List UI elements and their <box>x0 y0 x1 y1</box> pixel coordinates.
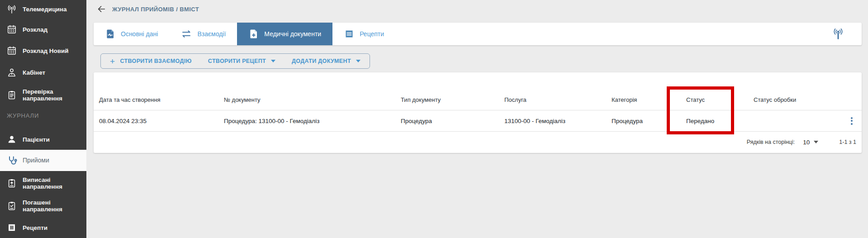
tab-prescriptions[interactable]: Рецепти <box>332 23 395 45</box>
table-header-row: Дата та час створення № документу Тип до… <box>94 90 862 110</box>
sidebar-item-label: Кабінет <box>23 69 45 76</box>
calendar-icon <box>6 24 18 35</box>
list-icon <box>344 29 355 39</box>
sidebar-item-issued-referrals[interactable]: Виписані направлення <box>0 172 86 194</box>
clipboard-list-icon <box>6 89 18 101</box>
clipboard-up-icon <box>6 177 18 189</box>
documents-table: Дата та час створення № документу Тип до… <box>94 72 862 153</box>
column-header-created-at: Дата та час створення <box>94 96 218 103</box>
create-interaction-button[interactable]: + СТВОРИТИ ВЗАЄМОДІЮ <box>110 57 192 66</box>
sidebar-item-prescriptions[interactable]: Рецепти <box>0 218 86 237</box>
document-plus-icon <box>248 29 259 39</box>
sidebar-item-label: Погашені направлення <box>23 199 73 213</box>
telemedicine-status-icon[interactable] <box>831 27 845 41</box>
column-header-processing-status: Статус обробки <box>748 96 839 103</box>
tab-label: Основні дані <box>121 30 158 38</box>
button-label: СТВОРИТИ ВЗАЄМОДІЮ <box>120 58 191 64</box>
cell-doc-type: Процедура <box>395 118 499 124</box>
sidebar-item-referral-check[interactable]: Перевірка направлення <box>0 84 86 106</box>
exchange-arrows-icon <box>180 29 192 39</box>
sidebar-item-redeemed-referrals[interactable]: Погашені направлення <box>0 195 86 217</box>
column-header-service: Послуга <box>499 96 606 103</box>
back-button[interactable] <box>95 3 107 15</box>
calendar-icon <box>6 45 18 57</box>
sidebar-item-schedule[interactable]: Розклад <box>0 20 86 39</box>
cell-doc-number: Процедура: 13100-00 - Гемодіаліз <box>218 118 395 124</box>
receipt-icon <box>6 222 18 233</box>
cell-service: 13100-00 - Гемодіаліз <box>499 118 606 124</box>
sidebar-section-journals: ЖУРНАЛИ <box>7 112 39 119</box>
tab-label: Медичні документи <box>264 30 321 38</box>
sidebar-item-schedule-new[interactable]: Розклад Новий <box>0 41 86 60</box>
cell-created-at: 08.04.2024 23:35 <box>94 118 218 124</box>
document-actions-toolbar: + СТВОРИТИ ВЗАЄМОДІЮ СТВОРИТИ РЕЦЕПТ ДОД… <box>100 53 370 69</box>
tab-label: Взаємодії <box>197 30 226 38</box>
chevron-down-icon[interactable] <box>814 141 818 143</box>
sidebar-item-label: Пацієнти <box>23 136 50 143</box>
stethoscope-icon <box>6 155 18 167</box>
sidebar-item-label: Виписані направлення <box>23 176 73 190</box>
sidebar-item-label: Розклад <box>23 26 47 33</box>
cell-category: Процедура <box>606 118 681 124</box>
cell-status: Передано <box>681 118 748 124</box>
column-header-status: Статус <box>681 96 748 103</box>
button-label: ДОДАТИ ДОКУМЕНТ <box>292 58 351 64</box>
tab-interactions[interactable]: Взаємодії <box>169 23 237 45</box>
document-pulse-icon <box>105 29 116 39</box>
column-header-category: Категорія <box>606 96 681 103</box>
sidebar-item-cabinet[interactable]: Кабінет <box>0 63 86 82</box>
sidebar-item-label: Розклад Новий <box>23 48 69 54</box>
tab-medical-documents[interactable]: Медичні документи <box>237 23 332 45</box>
breadcrumb: ЖУРНАЛ ПРИЙОМІВ / ВМІСТ <box>112 6 199 13</box>
rows-per-page-select[interactable]: 10 <box>803 139 810 146</box>
chevron-down-icon <box>356 60 360 62</box>
pagination-range: 1-1 з 1 <box>839 139 856 145</box>
main-area: ЖУРНАЛ ПРИЙОМІВ / ВМІСТ Основні дані Вза… <box>86 0 868 238</box>
add-document-button[interactable]: ДОДАТИ ДОКУМЕНТ <box>292 58 360 64</box>
sidebar-item-label: Рецепти <box>23 224 47 231</box>
column-header-doc-type: Тип документу <box>395 96 499 103</box>
sidebar-item-label: Телемедицина <box>23 6 66 13</box>
column-header-doc-number: № документу <box>218 96 395 103</box>
person-icon <box>6 133 18 145</box>
clipboard-check-icon <box>6 200 18 212</box>
tab-bar: Основні дані Взаємодії Медичні документи <box>94 23 862 45</box>
chevron-down-icon <box>271 60 275 62</box>
sidebar-item-patients[interactable]: Пацієнти <box>0 130 86 149</box>
rows-per-page-label: Рядків на сторінці: <box>747 139 795 145</box>
topbar: ЖУРНАЛ ПРИЙОМІВ / ВМІСТ <box>86 0 868 18</box>
table-row[interactable]: 08.04.2024 23:35 Процедура: 13100-00 - Г… <box>94 110 862 132</box>
table-footer: Рядків на сторінці: 10 1-1 з 1 <box>94 132 862 152</box>
sidebar-item-label: Прийоми <box>23 157 49 164</box>
sidebar-item-label: Перевірка направлення <box>23 88 73 102</box>
tab-label: Рецепти <box>360 30 384 38</box>
create-prescription-button[interactable]: СТВОРИТИ РЕЦЕПТ <box>208 58 275 64</box>
plus-icon: + <box>110 57 115 66</box>
sidebar: Телемедицина Розклад Розклад Новий Кабін… <box>0 0 86 238</box>
sidebar-item-telemedicine[interactable]: Телемедицина <box>0 0 86 19</box>
sidebar-item-appointments[interactable]: Прийоми <box>0 150 86 171</box>
antenna-icon <box>6 4 18 15</box>
doctor-icon <box>6 67 18 78</box>
row-menu-button[interactable] <box>849 115 854 127</box>
button-label: СТВОРИТИ РЕЦЕПТ <box>208 58 266 64</box>
tab-main-data[interactable]: Основні дані <box>94 23 169 45</box>
